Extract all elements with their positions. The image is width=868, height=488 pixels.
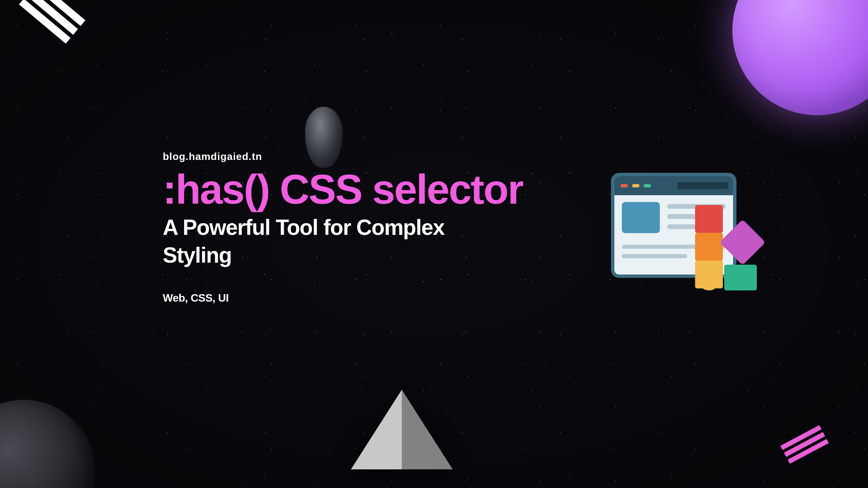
- window-min-dot-icon: [632, 184, 639, 187]
- thumbnail-block-icon: [622, 202, 660, 233]
- red-block-icon: [695, 205, 723, 233]
- text-line-icon: [667, 214, 696, 219]
- yellow-block-icon: [695, 261, 723, 288]
- browser-topbar: [614, 176, 733, 195]
- site-label: blog.hamdigaied.tn: [163, 151, 604, 162]
- hero-title: :has() CSS selector: [163, 168, 604, 211]
- window-max-dot-icon: [644, 184, 651, 187]
- text-line-icon: [667, 224, 696, 229]
- hero-subtitle: A Powerful Tool for Complex Styling: [163, 214, 495, 269]
- pyramid-decoration: [351, 390, 453, 469]
- orange-block-icon: [695, 233, 723, 261]
- color-blocks-illustration: [695, 205, 756, 297]
- hero-tags: Web, CSS, UI: [163, 292, 604, 304]
- teal-block-icon: [724, 265, 757, 290]
- hero-content: blog.hamdigaied.tn :has() CSS selector A…: [163, 151, 604, 304]
- window-close-dot-icon: [620, 184, 628, 187]
- text-line-icon: [622, 254, 687, 258]
- browser-urlbar-icon: [677, 182, 728, 189]
